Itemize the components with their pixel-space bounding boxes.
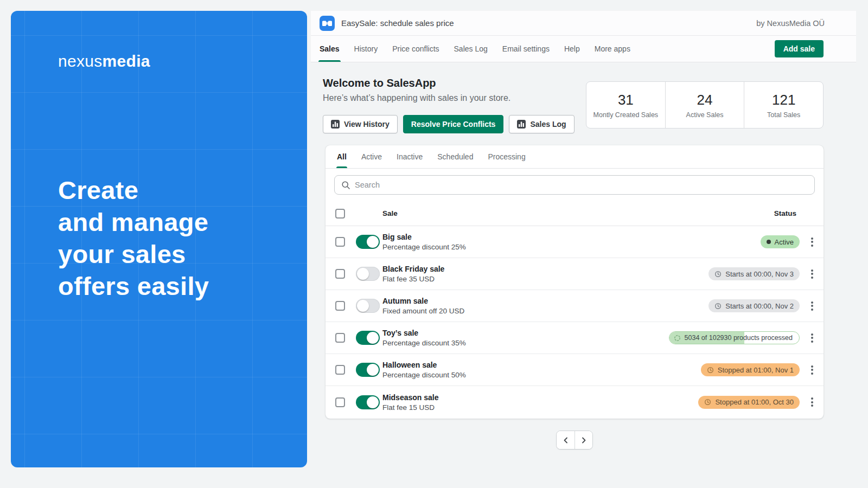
kebab-menu-icon[interactable] [807,301,817,311]
welcome-subtitle: Here’s what’s happening with sales in yo… [323,93,578,103]
nav-tab-sales-log[interactable]: Sales Log [454,36,488,62]
row-checkbox[interactable] [335,397,345,407]
status-badge-text: Starts at 00:00, Nov 3 [725,270,794,278]
row-checkbox[interactable] [335,237,345,247]
brand-headline: Createand manageyour salesoffers easily [58,174,209,302]
ticket-icon [320,16,335,31]
app-byline: by NexusMedia OÜ [756,19,825,28]
button-label: Sales Log [530,120,566,129]
button-label: View History [344,120,390,129]
stat-label: Active Sales [686,111,724,119]
status-badge-text: Stopped at 01:00, Nov 1 [718,366,794,374]
welcome-section: Welcome to SalesApp Here’s what’s happen… [323,77,578,133]
status-badge: Active [761,235,800,248]
bar-chart-icon [331,120,340,129]
table-row: Autumn sale Fixed amount off 20 USD Star… [326,290,824,322]
kebab-menu-icon[interactable] [807,269,817,279]
sale-info: Big sale Percentage discount 25% [382,233,761,251]
row-checkbox[interactable] [335,333,345,343]
table-row: Midseason sale Flat fee 15 USD Stopped a… [326,386,824,418]
sale-toggle[interactable] [356,299,380,313]
sale-name: Black Friday sale [382,265,709,273]
select-all-checkbox[interactable] [335,209,345,219]
search-input[interactable] [355,181,808,189]
stat-value: 24 [697,92,713,108]
row-checkbox[interactable] [335,301,345,311]
table-header: Sale Status [326,201,824,226]
status-badge-text: 5034 of 102930 products processed [685,334,793,342]
sales-card: AllActiveInactiveScheduledProcessing Sal… [326,145,824,419]
nav-tab-help[interactable]: Help [564,36,580,62]
brand-logo: nexusmedia [58,52,150,70]
kebab-menu-icon[interactable] [807,333,817,343]
brand-headline-line: and manage [58,206,209,238]
nav-tab-price-conflicts[interactable]: Price conflicts [392,36,439,62]
toggle-knob [357,268,369,280]
sale-name: Big sale [382,233,761,241]
status-badge: Starts at 00:00, Nov 2 [709,299,800,312]
next-page-button[interactable] [575,431,592,449]
nav-tabs: SalesHistoryPrice conflictsSales LogEmai… [320,36,630,62]
stat-label: Total Sales [767,111,800,119]
sale-info: Toy’s sale Percentage discount 35% [382,329,669,347]
app-area: EasySale: schedule sales price by NexusM… [307,0,868,488]
stat-label: Montly Created Sales [593,111,659,119]
nav-tab-email-settings[interactable]: Email settings [502,36,550,62]
sale-description: Percentage discount 35% [382,339,669,347]
brand-panel: nexusmedia Createand manageyour salesoff… [11,11,307,467]
filter-tab-processing[interactable]: Processing [488,145,525,168]
kebab-menu-icon[interactable] [807,397,817,407]
stat-total-sales: 121Total Sales [744,82,823,128]
clock-icon [714,271,722,278]
view-history-button[interactable]: View History [323,115,398,133]
filter-tab-active[interactable]: Active [361,145,382,168]
stats-box: 31Montly Created Sales24Active Sales121T… [586,81,824,129]
button-label: Resolve Price Conflicts [411,120,496,129]
status-badge: Stopped at 01:00, Nov 1 [701,363,800,376]
sale-description: Fixed amount off 20 USD [382,307,709,315]
badge-slot: Stopped at 01:00, Nov 1 [701,363,800,376]
kebab-menu-icon[interactable] [807,365,817,375]
stat-value: 31 [618,92,634,108]
sale-toggle[interactable] [356,395,380,409]
filter-tab-scheduled[interactable]: Scheduled [437,145,473,168]
badge-slot: Active [761,235,800,248]
toggle-knob [367,364,379,376]
status-badge-text: Active [775,238,794,246]
nav-tab-sales[interactable]: Sales [320,36,340,62]
brand-headline-line: Create [58,174,209,206]
filter-tab-all[interactable]: All [337,145,347,168]
status-badge-text: Starts at 00:00, Nov 2 [725,302,794,310]
sale-name: Autumn sale [382,297,709,305]
stat-active-sales: 24Active Sales [665,82,744,128]
filter-tabs: AllActiveInactiveScheduledProcessing [326,145,824,169]
row-checkbox[interactable] [335,269,345,279]
sale-info: Halloween sale Percentage discount 50% [382,361,701,379]
sales-log-button[interactable]: Sales Log [509,115,574,133]
badge-slot: Starts at 00:00, Nov 3 [709,267,800,280]
sale-toggle[interactable] [356,331,380,345]
prev-page-button[interactable] [557,431,575,449]
search-icon [341,181,350,190]
pager-control [556,431,593,450]
sale-toggle[interactable] [356,363,380,377]
toggle-knob [357,300,369,312]
row-checkbox[interactable] [335,365,345,375]
nav-tab-history[interactable]: History [354,36,378,62]
add-sale-button[interactable]: Add sale [775,40,824,57]
sale-description: Percentage discount 25% [382,243,761,251]
filter-tab-inactive[interactable]: Inactive [397,145,423,168]
table-row: Black Friday sale Flat fee 35 USD Starts… [326,258,824,290]
nav-tab-more-apps[interactable]: More apps [595,36,630,62]
resolve-price-conflicts-button[interactable]: Resolve Price Conflicts [403,115,504,133]
sale-toggle[interactable] [356,267,380,281]
app-header: EasySale: schedule sales price by NexusM… [311,11,856,62]
app-title-row: EasySale: schedule sales price by NexusM… [311,11,856,36]
clock-icon [714,303,722,310]
sale-toggle[interactable] [356,235,380,249]
kebab-menu-icon[interactable] [807,237,817,247]
brand-logo-bold: media [103,52,150,70]
status-badge: Stopped at 01:00, Oct 30 [698,396,800,409]
status-badge-text: Stopped at 01:00, Oct 30 [715,398,794,406]
toggle-knob [367,396,379,408]
